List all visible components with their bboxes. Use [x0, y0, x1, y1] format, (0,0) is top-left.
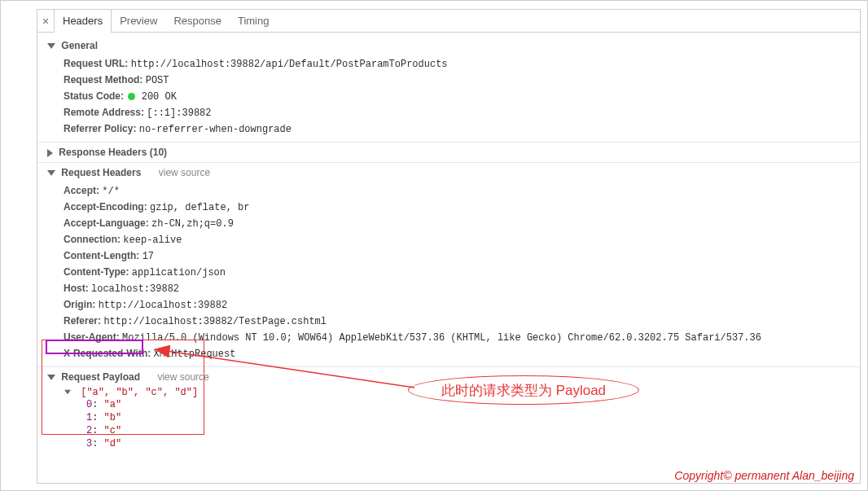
tab-headers[interactable]: Headers [54, 10, 112, 32]
general-list: Request URL: http://localhost:39882/api/… [47, 54, 860, 140]
kv-origin: Origin: http://localhost:39882 [64, 296, 860, 313]
kv-label: Content-Length: [64, 250, 139, 261]
section-header-request-headers[interactable]: Request Headers view source [47, 164, 860, 181]
kv-label: Accept: [64, 185, 99, 196]
section-response-headers: Response Headers (10) [37, 142, 860, 162]
kv-value: [::1]:39882 [147, 107, 211, 119]
kv-value: POST [146, 75, 169, 86]
kv-value: 200 OK [142, 91, 177, 103]
kv-label: Status Code: [64, 90, 124, 102]
kv-value: zh-CN,zh;q=0.9 [151, 218, 234, 230]
kv-host: Host: localhost:39882 [64, 280, 860, 296]
kv-label: Host: [64, 283, 89, 294]
annotation-oval: 此时的请求类型为 Payload [408, 375, 639, 405]
section-title: General [61, 40, 98, 51]
kv-value: http://localhost:39882/api/Default/PostP… [131, 59, 448, 70]
section-general: General Request URL: http://localhost:39… [37, 36, 860, 142]
kv-label: Origin: [64, 299, 95, 310]
kv-referer: Referer: http://localhost:39882/TestPage… [64, 313, 860, 329]
kv-label: Connection: [64, 234, 121, 245]
kv-content-length: Content-Length: 17 [64, 248, 860, 264]
kv-label: Request Method: [64, 74, 142, 85]
expand-icon [47, 149, 53, 157]
kv-label: Remote Address: [64, 107, 144, 118]
annotation-text: 此时的请求类型为 Payload [441, 381, 606, 400]
kv-remote-address: Remote Address: [::1]:39882 [64, 104, 860, 121]
payload-index: 3 [86, 438, 92, 449]
close-icon[interactable]: × [37, 10, 54, 32]
kv-value: http://localhost:39882/TestPage.cshtml [103, 316, 327, 327]
kv-referrer-policy: Referrer Policy: no-referrer-when-downgr… [64, 121, 860, 137]
kv-label: Request URL: [64, 58, 128, 69]
tabs-bar: × Headers Preview Response Timing [37, 10, 860, 33]
kv-request-url: Request URL: http://localhost:39882/api/… [64, 55, 860, 72]
copyright-text: Copyright© permanent Alan_beijing [674, 469, 854, 482]
section-title: Response Headers (10) [59, 147, 167, 158]
status-dot-icon [128, 93, 135, 100]
kv-accept-language: Accept-Language: zh-CN,zh;q=0.9 [64, 215, 860, 231]
payload-item: 3: "d" [86, 437, 860, 450]
tab-timing[interactable]: Timing [230, 10, 278, 32]
collapse-icon [47, 43, 55, 49]
collapse-icon [47, 170, 55, 176]
kv-value: Mozilla/5.0 (Windows NT 10.0; WOW64) App… [122, 332, 761, 344]
kv-connection: Connection: keep-alive [64, 231, 860, 248]
kv-value: application/json [132, 267, 226, 278]
annotation-magenta-box [46, 340, 143, 354]
section-title: Request Headers [61, 167, 141, 178]
kv-value: */* [102, 186, 120, 197]
kv-label: Referer: [64, 315, 101, 327]
kv-request-method: Request Method: POST [64, 72, 860, 88]
kv-content-type: Content-Type: application/json [64, 264, 860, 280]
view-source-link[interactable]: view source [159, 167, 210, 178]
request-headers-list: Accept: */* Accept-Encoding: gzip, defla… [47, 181, 860, 365]
kv-label: Accept-Encoding: [64, 201, 147, 213]
kv-accept: Accept: */* [64, 182, 860, 199]
section-header-response-headers[interactable]: Response Headers (10) [47, 144, 860, 160]
kv-value: keep-alive [123, 235, 182, 246]
kv-label: Content-Type: [64, 266, 129, 278]
kv-value: localhost:39882 [91, 283, 179, 295]
tab-response[interactable]: Response [165, 10, 230, 32]
section-header-general[interactable]: General [47, 37, 860, 54]
payload-value: "d" [104, 438, 122, 449]
tab-preview[interactable]: Preview [112, 10, 165, 32]
kv-label: Accept-Language: [64, 217, 149, 229]
kv-value: gzip, deflate, br [150, 202, 249, 213]
kv-label: Referrer Policy: [64, 123, 136, 134]
section-request-headers: Request Headers view source Accept: */* … [37, 163, 860, 366]
kv-value: 17 [142, 251, 154, 262]
kv-accept-encoding: Accept-Encoding: gzip, deflate, br [64, 199, 860, 215]
kv-status-code: Status Code: 200 OK [64, 88, 860, 104]
kv-value: http://localhost:39882 [99, 300, 227, 311]
kv-value: no-referrer-when-downgrade [139, 124, 292, 135]
